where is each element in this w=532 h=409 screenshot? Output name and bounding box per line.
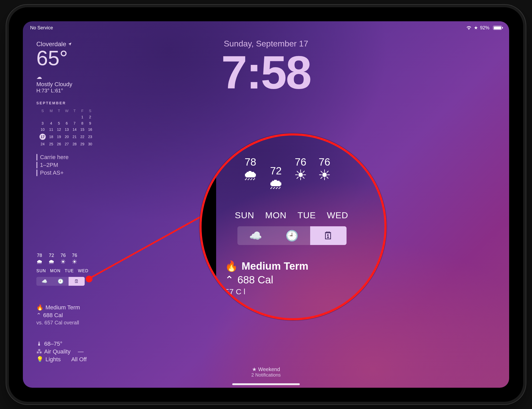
event-title: 1–2PM [40, 162, 58, 168]
star-icon: ★ [252, 366, 257, 372]
event-row[interactable]: Post AS+ [36, 169, 104, 176]
air-quality-value: — [78, 348, 84, 355]
forecast-day: 76☀ [60, 253, 66, 266]
segment-hour-zoom: 🕘 [274, 226, 310, 245]
location-icon [68, 42, 72, 46]
fitness-title-zoom: Medium Term [242, 260, 308, 272]
rain-icon: 🌧 [48, 259, 55, 265]
calendar-events[interactable]: Carrie here1–2PMPost AS+ [36, 154, 104, 176]
forecast-segments-zoomed: ☁️🕘🗓 [237, 226, 347, 245]
sun-icon: ☀ [318, 168, 331, 182]
sun-icon: ☀ [294, 168, 307, 182]
notifications-count[interactable]: 2 Notifications [23, 372, 509, 378]
forecast-day: 72🌧 [48, 253, 55, 266]
callout-line [88, 208, 216, 280]
focus-icon: ★ [474, 25, 478, 31]
chevron-up-icon: ⌃ [225, 274, 234, 286]
weather-conditions: ☁︎ Mostly Cloudy H:73° L:61° [36, 74, 104, 94]
air-quality-label: Air Quality [44, 348, 70, 355]
segment-night[interactable]: ☁️ [36, 277, 52, 286]
ipad-frame: No Service ★ 92% Sunday, September 17 7:… [9, 7, 523, 402]
rain-icon: 🌧 [243, 168, 258, 182]
air-quality-icon: ⁂ [36, 348, 42, 355]
lock-screen: No Service ★ 92% Sunday, September 17 7:… [23, 21, 509, 388]
home-indicator[interactable] [232, 383, 300, 385]
event-title: Carrie here [40, 154, 69, 161]
status-right: ★ 92% [466, 25, 502, 31]
segment-hour[interactable]: 🕘 [52, 277, 69, 286]
event-row[interactable]: Carrie here [36, 154, 104, 161]
flame-icon: 🔥 [36, 304, 43, 311]
segment-day[interactable]: 🗓 [69, 277, 85, 286]
segment-night-zoom: ☁️ [237, 226, 274, 245]
fitness-widget-zoomed: 🔥Medium Term ⌃688 Cal 57 C l [225, 260, 308, 296]
fitness-vs: vs. 657 Cal overall [36, 320, 80, 326]
forecast-day-zoom: 72🌧 [269, 165, 283, 191]
fitness-cal-zoom: 688 Cal [237, 274, 273, 286]
forecast-day: 76☀ [72, 253, 77, 266]
forecast-day-zoom: 76☀ [294, 156, 307, 191]
lights-label: Lights [45, 356, 61, 363]
fitness-vs-partial: 57 C l [225, 287, 308, 296]
lights-value: All Off [71, 356, 87, 363]
forecast-segments[interactable]: ☁️🕘🗓 [36, 277, 85, 286]
widget-column: Cloverdale 65° ☁︎ Mostly Cloudy H:73° L:… [36, 40, 104, 177]
status-bar: No Service ★ 92% [23, 24, 509, 32]
flame-icon: 🔥 [225, 260, 238, 272]
forecast-day-zoom: 76☀ [318, 156, 331, 191]
forecast-day: 78🌧 [36, 253, 43, 266]
forecast-day-label-zoom: MON [265, 210, 287, 220]
chevron-up-icon: ⌃ [36, 312, 41, 319]
bottom-area[interactable]: ★ Weekend 2 Notifications [23, 366, 509, 378]
forecast-day-label: MON [50, 269, 61, 273]
forecast-day-label-zoom: SUN [235, 210, 254, 220]
home-widget[interactable]: 🌡68–75° ⁂Air Quality — 💡Lights All Off [36, 340, 87, 364]
cloud-icon: ☁︎ [36, 74, 104, 80]
callout-dot [86, 276, 92, 282]
focus-name: Weekend [258, 366, 280, 372]
weather-temp: 65° [36, 48, 104, 69]
segment-day-zoom: 🗓 [310, 226, 347, 245]
sun-icon: ☀ [60, 259, 66, 265]
forecast-day-label: SUN [36, 269, 46, 273]
wifi-icon [466, 26, 472, 30]
event-row[interactable]: 1–2PM [36, 162, 104, 168]
forecast-day-label-zoom: WED [327, 210, 348, 220]
rain-icon: 🌧 [36, 259, 43, 265]
battery-icon [491, 26, 502, 30]
forecast-day-label: TUE [65, 269, 74, 273]
magnifier: 78🌧72🌧76☀76☀ SUNMONTUEWED ☁️🕘🗓 🔥Medium T… [200, 133, 387, 320]
rain-icon: 🌧 [269, 177, 283, 191]
cellular-status: No Service [30, 25, 53, 31]
weather-condition-text: Mostly Cloudy [36, 81, 104, 88]
lightbulb-icon: 💡 [36, 356, 43, 363]
fitness-widget[interactable]: 🔥Medium Term ⌃688 Cal vs. 657 Cal overal… [36, 304, 80, 326]
forecast-widget[interactable]: 78🌧72🌧76☀76☀ SUNMONTUEWED ☁️🕘🗓 [36, 253, 88, 286]
sun-icon: ☀ [72, 259, 77, 265]
calendar-month: SEPTEMBER [36, 101, 104, 105]
calendar-grid[interactable]: SMTWTFS123456789101112131415161718192021… [36, 107, 97, 148]
fitness-calories: 688 Cal [43, 312, 63, 319]
forecast-day-zoom: 78🌧 [243, 156, 258, 191]
home-temp: 68–75° [44, 340, 62, 347]
forecast-day-label: WED [78, 269, 88, 273]
battery-percent: 92% [480, 25, 489, 31]
fitness-title: Medium Term [45, 304, 80, 311]
weather-high-low: H:73° L:61° [36, 88, 63, 93]
thermometer-icon: 🌡 [36, 340, 42, 347]
forecast-day-label-zoom: TUE [297, 210, 316, 220]
event-title: Post AS+ [40, 169, 64, 176]
